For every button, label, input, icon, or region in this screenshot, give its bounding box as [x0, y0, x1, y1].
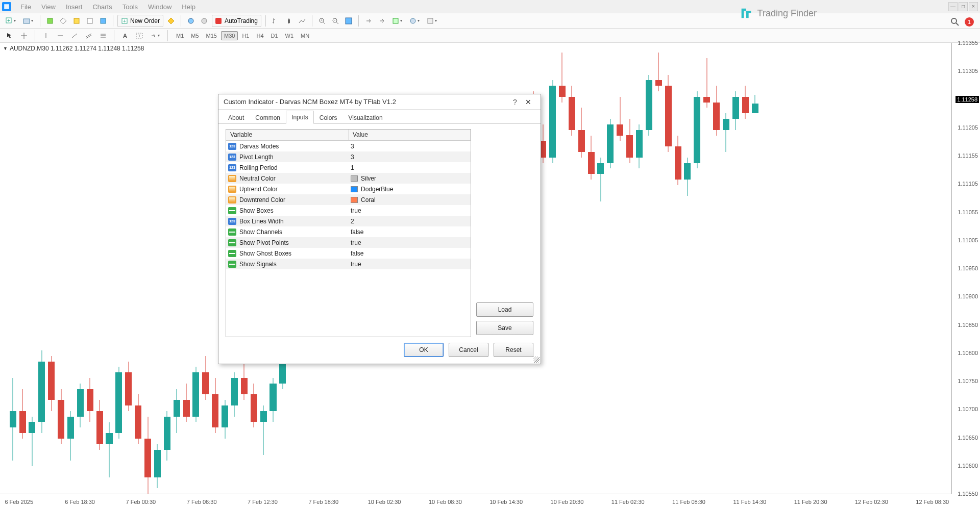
trendline-button[interactable] [69, 30, 80, 41]
zoom-in-button[interactable]: + [316, 15, 328, 27]
minimize-button[interactable]: — [948, 2, 958, 11]
input-row[interactable]: Neutral ColorSilver [226, 173, 471, 184]
search-icon[interactable] [950, 17, 960, 27]
input-row[interactable]: Downtrend ColorCoral [226, 194, 471, 205]
vertical-line-button[interactable] [40, 30, 52, 41]
text-label-button[interactable]: T [134, 30, 145, 41]
notification-badge[interactable]: 1 [965, 17, 974, 27]
timeframe-m1[interactable]: M1 [173, 31, 187, 40]
tab-colors[interactable]: Colors [314, 111, 343, 124]
crosshair-button[interactable] [18, 30, 30, 41]
tab-visualization[interactable]: Visualization [342, 111, 388, 124]
dialog-tabs: AboutCommonInputsColorsVisualization [218, 110, 541, 124]
bar-chart-button[interactable] [270, 15, 281, 27]
maximize-button[interactable]: □ [959, 2, 968, 11]
market-watch-button[interactable] [44, 15, 56, 27]
timeframe-w1[interactable]: W1 [282, 31, 297, 40]
svg-point-26 [951, 18, 957, 23]
price-tick: 1.10800 [958, 350, 978, 356]
input-row[interactable]: Uptrend ColorDodgerBlue [226, 184, 471, 194]
menu-insert[interactable]: Insert [61, 3, 88, 11]
menu-tools[interactable]: Tools [117, 3, 143, 11]
candle [135, 394, 141, 444]
input-row[interactable]: Show Signalstrue [226, 259, 471, 269]
color-icon [228, 186, 236, 193]
timeframe-h4[interactable]: H4 [253, 31, 266, 40]
arrows-button[interactable] [148, 30, 162, 41]
zoom-out-button[interactable]: - [330, 15, 341, 27]
periodicity-button[interactable] [389, 15, 405, 27]
templates-button[interactable] [407, 15, 422, 27]
line-chart-button[interactable] [297, 15, 308, 27]
cursor-button[interactable] [4, 30, 15, 41]
candle [665, 75, 672, 152]
terminal-button[interactable] [84, 15, 95, 27]
equidistant-channel-button[interactable] [83, 30, 94, 41]
new-order-button[interactable]: + New Order [117, 15, 163, 27]
menu-charts[interactable]: Charts [87, 3, 117, 11]
color-icon [228, 175, 236, 182]
resize-grip[interactable] [533, 357, 540, 363]
tab-about[interactable]: About [223, 111, 250, 124]
header-value: Value [349, 130, 471, 140]
navigator-button[interactable] [58, 15, 69, 27]
templates2-button[interactable] [424, 15, 439, 27]
svg-marker-11 [168, 18, 174, 24]
menu-window[interactable]: Window [143, 3, 177, 11]
timeframe-m30[interactable]: M30 [221, 31, 238, 40]
input-row[interactable]: 123Darvas Modes3 [226, 141, 471, 151]
profiles-button[interactable] [20, 15, 36, 27]
indicators-button[interactable] [376, 15, 387, 27]
price-tick: 1.10750 [958, 378, 978, 384]
options-button[interactable] [199, 15, 210, 27]
save-button[interactable]: Save [476, 321, 533, 335]
input-row[interactable]: Show Boxestrue [226, 205, 471, 216]
timeframe-m5[interactable]: M5 [188, 31, 202, 40]
candle [559, 53, 566, 102]
ok-button[interactable]: OK [404, 343, 444, 357]
data-window-button[interactable] [71, 15, 82, 27]
auto-scroll-button[interactable] [343, 15, 354, 27]
cancel-button[interactable]: Cancel [449, 343, 488, 357]
chart-shift-button[interactable] [363, 15, 374, 27]
tab-common[interactable]: Common [250, 111, 286, 124]
input-row[interactable]: 123Pivot Length3 [226, 151, 471, 162]
input-row[interactable]: Show Ghost Boxesfalse [226, 248, 471, 259]
strategy-tester-button[interactable] [97, 15, 109, 27]
tab-inputs[interactable]: Inputs [286, 111, 314, 124]
dialog-close-button[interactable]: ✕ [521, 98, 535, 106]
load-button[interactable]: Load [476, 302, 533, 317]
metaquotes-button[interactable] [165, 15, 177, 27]
separator [114, 30, 114, 41]
text-button[interactable]: A [119, 30, 131, 41]
dialog-titlebar[interactable]: Custom Indicator - Darvas NCM Boxez MT4 … [218, 94, 541, 110]
timeframe-m15[interactable]: M15 [203, 31, 220, 40]
input-row[interactable]: Show Pivot Pointstrue [226, 237, 471, 248]
candle [713, 86, 720, 135]
menu-help[interactable]: Help [177, 3, 201, 11]
timeframe-mn[interactable]: MN [298, 31, 312, 40]
input-row[interactable]: 123Box Lines Width2 [226, 216, 471, 226]
inputs-table[interactable]: Variable Value 123Darvas Modes3123Pivot … [226, 129, 471, 337]
candle [703, 58, 710, 108]
horizontal-line-button[interactable] [55, 30, 66, 41]
candle [58, 389, 64, 444]
reset-button[interactable]: Reset [494, 343, 533, 357]
input-row[interactable]: 123Rolling Period1 [226, 162, 471, 173]
fibonacci-button[interactable] [97, 30, 109, 41]
timeframe-h1[interactable]: H1 [239, 31, 252, 40]
autotrading-label: AutoTrading [225, 17, 258, 24]
candle-chart-button[interactable] [283, 15, 295, 27]
menu-view[interactable]: View [36, 3, 61, 11]
timeframe-d1[interactable]: D1 [268, 31, 281, 40]
time-tick: 11 Feb 20:30 [794, 499, 827, 505]
new-chart-button[interactable]: + [3, 15, 18, 27]
dialog-help-button[interactable]: ? [509, 98, 521, 106]
color-icon [228, 196, 236, 204]
autotrading-button[interactable]: AutoTrading [212, 15, 261, 27]
menu-file[interactable]: File [15, 3, 36, 11]
expert-advisors-button[interactable] [185, 15, 197, 27]
close-button[interactable]: × [969, 2, 978, 11]
input-row[interactable]: Show Channelsfalse [226, 226, 471, 237]
svg-rect-23 [393, 18, 398, 23]
